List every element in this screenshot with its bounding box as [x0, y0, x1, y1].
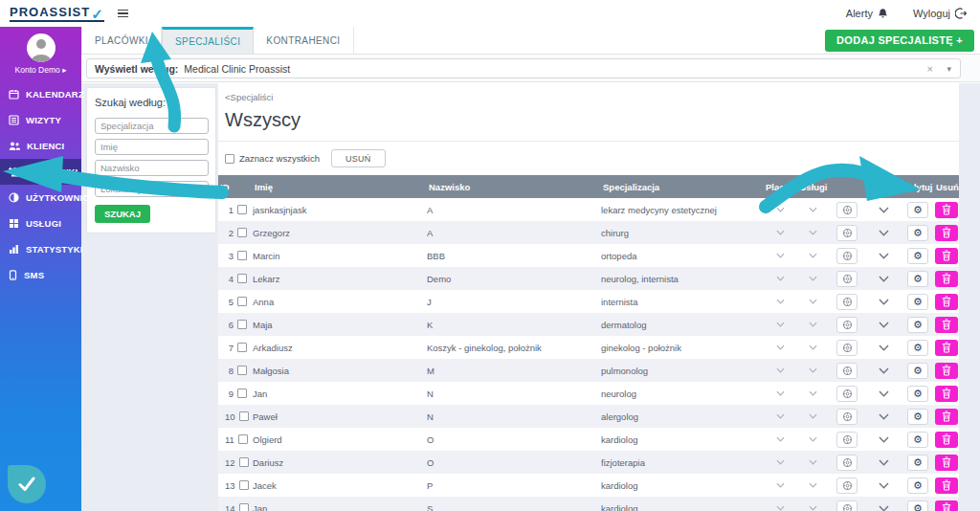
services-dropdown-icon[interactable] — [809, 344, 817, 350]
delete-row-button[interactable] — [935, 455, 958, 471]
facilities-dropdown-icon[interactable] — [776, 344, 785, 350]
services-dropdown-icon[interactable] — [809, 505, 817, 511]
expand-row-icon[interactable] — [879, 344, 889, 351]
edit-button[interactable]: ⚙ — [907, 317, 928, 333]
services-dropdown-icon[interactable] — [809, 390, 817, 396]
add-specialist-button[interactable]: DODAJ SPECJALISTĘ + — [825, 30, 974, 52]
row-checkbox[interactable] — [237, 205, 247, 214]
facility-filter-select[interactable]: Wyświetl według: Medical Clinic Proassis… — [86, 58, 961, 78]
delete-row-button[interactable] — [935, 500, 958, 511]
expand-row-icon[interactable] — [879, 207, 889, 213]
specialization-field[interactable] — [95, 118, 209, 134]
services-dropdown-icon[interactable] — [809, 276, 817, 281]
facilities-dropdown-icon[interactable] — [776, 413, 785, 419]
row-checkbox[interactable] — [237, 297, 247, 306]
services-dropdown-icon[interactable] — [809, 436, 817, 442]
sidebar-item-klienci[interactable]: KLIENCI — [0, 133, 81, 159]
delete-row-button[interactable] — [935, 248, 958, 264]
edit-button[interactable]: ⚙ — [907, 455, 928, 471]
facilities-dropdown-icon[interactable] — [776, 436, 785, 442]
services-dropdown-icon[interactable] — [809, 230, 817, 235]
logout-button[interactable]: Wyloguj — [913, 8, 967, 19]
delete-row-button[interactable] — [935, 478, 958, 494]
delete-row-button[interactable] — [935, 294, 958, 310]
expand-row-icon[interactable] — [879, 253, 889, 259]
schedule-button[interactable] — [836, 294, 858, 310]
account-menu[interactable]: Konto Demo ▸ — [0, 27, 81, 81]
expand-row-icon[interactable] — [879, 482, 889, 489]
services-dropdown-icon[interactable] — [809, 367, 817, 373]
row-checkbox[interactable] — [237, 320, 247, 329]
services-dropdown-icon[interactable] — [809, 253, 817, 258]
delete-row-button[interactable] — [935, 363, 958, 379]
facilities-dropdown-icon[interactable] — [776, 230, 785, 235]
facilities-dropdown-icon[interactable] — [776, 322, 785, 327]
delete-row-button[interactable] — [935, 340, 958, 356]
edit-button[interactable]: ⚙ — [907, 294, 928, 310]
breadcrumb[interactable]: <Specjaliści — [218, 83, 959, 102]
services-dropdown-icon[interactable] — [809, 459, 817, 465]
edit-button[interactable]: ⚙ — [907, 340, 928, 356]
delete-row-button[interactable] — [935, 271, 958, 287]
row-checkbox[interactable] — [237, 251, 247, 260]
sidebar-item-statystyki[interactable]: STATYSTYKI — [0, 236, 81, 262]
edit-button[interactable]: ⚙ — [907, 202, 928, 218]
schedule-button[interactable] — [836, 478, 858, 494]
expand-row-icon[interactable] — [879, 299, 889, 305]
search-button[interactable]: SZUKAJ — [95, 205, 150, 223]
chat-widget-button[interactable] — [8, 465, 46, 503]
sidebar-item-sms[interactable]: SMS — [0, 262, 81, 288]
facilities-dropdown-icon[interactable] — [776, 482, 785, 488]
expand-row-icon[interactable] — [879, 413, 889, 420]
schedule-button[interactable] — [836, 271, 858, 287]
services-dropdown-icon[interactable] — [809, 482, 817, 488]
row-checkbox[interactable] — [237, 366, 247, 375]
tab-placowki[interactable]: PLACÓWKI — [81, 27, 162, 54]
sidebar-item-wizyty[interactable]: WIZYTY — [0, 107, 81, 133]
facilities-dropdown-icon[interactable] — [776, 276, 785, 281]
services-dropdown-icon[interactable] — [809, 322, 817, 327]
schedule-button[interactable] — [836, 409, 858, 425]
first-name-field[interactable] — [95, 139, 209, 155]
delete-row-button[interactable] — [935, 409, 958, 425]
schedule-button[interactable] — [836, 317, 858, 333]
facilities-dropdown-icon[interactable] — [776, 367, 785, 373]
row-checkbox[interactable] — [239, 503, 249, 511]
facilities-dropdown-icon[interactable] — [776, 299, 785, 304]
sidebar-item-uzytkownicy[interactable]: UŻYTKOWNICY — [0, 185, 81, 211]
services-dropdown-icon[interactable] — [809, 413, 817, 419]
facilities-dropdown-icon[interactable] — [776, 459, 785, 465]
expand-row-icon[interactable] — [879, 276, 889, 282]
delete-row-button[interactable] — [935, 386, 958, 402]
row-checkbox[interactable] — [237, 228, 247, 237]
edit-button[interactable]: ⚙ — [907, 432, 928, 448]
services-dropdown-icon[interactable] — [809, 207, 817, 212]
schedule-button[interactable] — [836, 340, 858, 356]
schedule-button[interactable] — [836, 386, 858, 402]
edit-button[interactable]: ⚙ — [907, 409, 928, 425]
hamburger-menu-icon[interactable] — [118, 10, 128, 18]
delete-row-button[interactable] — [935, 202, 958, 218]
chevron-down-icon[interactable]: ▾ — [947, 64, 951, 74]
edit-button[interactable]: ⚙ — [907, 271, 928, 287]
schedule-button[interactable] — [836, 225, 858, 241]
delete-row-button[interactable] — [935, 317, 958, 333]
facility-location-field[interactable] — [95, 181, 209, 197]
facilities-dropdown-icon[interactable] — [776, 207, 785, 212]
expand-row-icon[interactable] — [879, 367, 889, 374]
edit-button[interactable]: ⚙ — [907, 478, 928, 494]
row-checkbox[interactable] — [239, 457, 249, 467]
services-dropdown-icon[interactable] — [809, 299, 817, 304]
expand-row-icon[interactable] — [879, 459, 889, 466]
sidebar-item-placowki[interactable]: PLACÓWKI — [0, 159, 81, 185]
tab-kontrahenci[interactable]: KONTRAHENCI — [254, 27, 353, 54]
schedule-button[interactable] — [836, 432, 858, 448]
expand-row-icon[interactable] — [879, 322, 889, 328]
row-checkbox[interactable] — [238, 434, 248, 444]
delete-row-button[interactable] — [935, 432, 958, 448]
edit-button[interactable]: ⚙ — [907, 386, 928, 402]
sidebar-item-uslugi[interactable]: USŁUGI — [0, 211, 81, 236]
schedule-button[interactable] — [836, 455, 858, 471]
facilities-dropdown-icon[interactable] — [776, 253, 785, 258]
schedule-button[interactable] — [836, 202, 858, 218]
